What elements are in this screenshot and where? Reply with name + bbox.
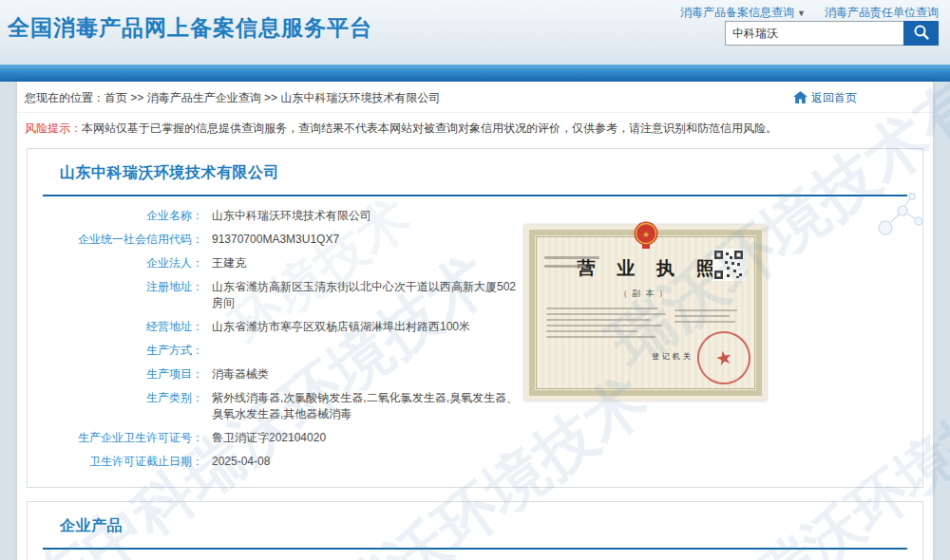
search-icon — [913, 24, 930, 44]
field-value: 鲁卫消证字202104020 — [212, 426, 525, 450]
heading-divider — [43, 195, 907, 196]
field-label: 经营地址： — [28, 315, 212, 339]
company-fields-table: 企业名称： 山东中科瑞沃环境技术有限公司 企业统一社会信用代码： 9137070… — [28, 204, 525, 474]
field-label: 企业名称： — [28, 204, 212, 228]
company-products-panel: 企业产品 中科瑞沃牌ZK-50型电解法次氯酸钠发生器 中科瑞沃牌ZK-200型化… — [27, 501, 923, 560]
field-value: 王建克 — [212, 252, 525, 275]
nav-link-record-info-query[interactable]: 消毒产品备案信息查询▼ — [680, 5, 806, 21]
field-row: 卫生许可证截止日期： 2025-04-08 — [28, 450, 525, 474]
breadcrumb-link[interactable]: 首页 — [104, 91, 127, 104]
field-label: 生产企业卫生许可证号： — [28, 426, 212, 450]
field-value: 山东中科瑞沃环境技术有限公司 — [212, 204, 525, 228]
site-title: 全国消毒产品网上备案信息服务平台 — [8, 13, 372, 43]
field-label: 企业法人： — [28, 252, 212, 275]
main-container: 您现在的位置：首页 >> 消毒产品生产企业查询 >> 山东中科瑞沃环境技术有限公… — [17, 82, 933, 560]
top-nav: 消毒产品备案信息查询▼ 消毒产品责任单位查询 — [680, 5, 939, 21]
breadcrumb-separator: >> — [127, 91, 147, 104]
field-label: 卫生许可证截止日期： — [28, 450, 212, 474]
field-label: 企业统一社会信用代码： — [28, 228, 212, 252]
breadcrumb-link[interactable]: 消毒产品生产企业查询 — [147, 91, 261, 104]
breadcrumb-prefix: 您现在的位置： — [25, 91, 104, 104]
field-value: 山东省潍坊高新区玉清东街以北中心次干道以西高新大厦502房间 — [212, 275, 525, 315]
field-value: 紫外线消毒器,次氯酸钠发生器,二氧化氯发生器,臭氧发生器、臭氧水发生器,其他器械… — [212, 386, 525, 426]
company-details-panel: 山东中科瑞沃环境技术有限公司 企业名称： 山东中科瑞沃环境技术有限公司 企业统一… — [27, 148, 923, 488]
breadcrumb-link[interactable]: 山东中科瑞沃环境技术有限公司 — [280, 91, 440, 104]
license-issuer-label: 登记机关 — [652, 351, 694, 362]
nav-bar — [0, 65, 950, 82]
heading-divider — [43, 548, 907, 550]
license-text-lines — [544, 256, 605, 273]
caret-down-icon: ▼ — [797, 9, 806, 18]
field-value: 2025-04-08 — [212, 450, 525, 474]
license-text-lines — [546, 308, 670, 342]
business-license-border: ★ 营 业 执 照 （副本） — [529, 230, 762, 396]
svg-text:★: ★ — [641, 230, 649, 239]
risk-notice-label: 风险提示： — [25, 121, 82, 135]
back-home-link[interactable]: 返回首页 — [793, 90, 857, 106]
home-icon — [793, 91, 808, 106]
license-text-lines — [674, 309, 743, 327]
red-seal-icon: ★ — [693, 327, 755, 389]
field-value: 91370700MA3M3U1QX7 — [212, 228, 525, 252]
field-row: 企业法人： 王建克 — [28, 252, 525, 275]
breadcrumb: 您现在的位置：首页 >> 消毒产品生产企业查询 >> 山东中科瑞沃环境技术有限公… — [25, 90, 440, 106]
field-value — [212, 339, 525, 363]
molecule-decoration-icon — [874, 192, 927, 241]
search-input[interactable] — [725, 21, 903, 46]
field-row: 注册地址： 山东省潍坊高新区玉清东街以北中心次干道以西高新大厦502房间 — [28, 275, 525, 315]
products-heading: 企业产品 — [60, 516, 922, 536]
field-row: 生产类别： 紫外线消毒器,次氯酸钠发生器,二氧化氯发生器,臭氧发生器、臭氧水发生… — [28, 386, 525, 426]
field-row: 生产企业卫生许可证号： 鲁卫消证字202104020 — [28, 426, 525, 450]
breadcrumb-bar: 您现在的位置：首页 >> 消毒产品生产企业查询 >> 山东中科瑞沃环境技术有限公… — [17, 82, 933, 113]
company-name-heading: 山东中科瑞沃环境技术有限公司 — [60, 163, 922, 183]
field-row: 生产方式： — [28, 339, 525, 363]
search-bar — [725, 21, 939, 46]
field-value: 消毒器械类 — [212, 363, 525, 386]
field-label: 生产项目： — [28, 363, 212, 386]
nav-link-responsible-unit-query[interactable]: 消毒产品责任单位查询 — [825, 5, 939, 21]
risk-notice: 风险提示：本网站仅基于已掌握的信息提供查询服务，查询结果不代表本网站对被查询对象… — [17, 113, 933, 143]
field-row: 企业名称： 山东中科瑞沃环境技术有限公司 — [28, 204, 525, 228]
risk-notice-text: 本网站仅基于已掌握的信息提供查询服务，查询结果不代表本网站对被查询对象信用状况的… — [82, 121, 777, 135]
field-label: 生产方式： — [28, 339, 212, 363]
back-home-label: 返回首页 — [811, 90, 857, 106]
field-row: 企业统一社会信用代码： 91370700MA3M3U1QX7 — [28, 228, 525, 252]
national-emblem-icon: ★ — [633, 220, 659, 254]
field-row: 经营地址： 山东省潍坊市寒亭区双杨店镇湖淋埠出村路西100米 — [28, 315, 525, 339]
search-button[interactable] — [903, 21, 939, 46]
business-license-image: ★ 营 业 执 照 （副本） — [524, 225, 767, 401]
field-label: 注册地址： — [28, 275, 212, 315]
field-value: 山东省潍坊市寒亭区双杨店镇湖淋埠出村路西100米 — [212, 315, 525, 339]
breadcrumb-separator: >> — [261, 91, 281, 104]
license-qr-code — [712, 249, 745, 285]
field-row: 生产项目： 消毒器械类 — [28, 363, 525, 386]
license-subtitle: （副本） — [535, 288, 756, 300]
page-header: 全国消毒产品网上备案信息服务平台 消毒产品备案信息查询▼ 消毒产品责任单位查询 — [0, 0, 950, 65]
field-label: 生产类别： — [28, 386, 212, 426]
